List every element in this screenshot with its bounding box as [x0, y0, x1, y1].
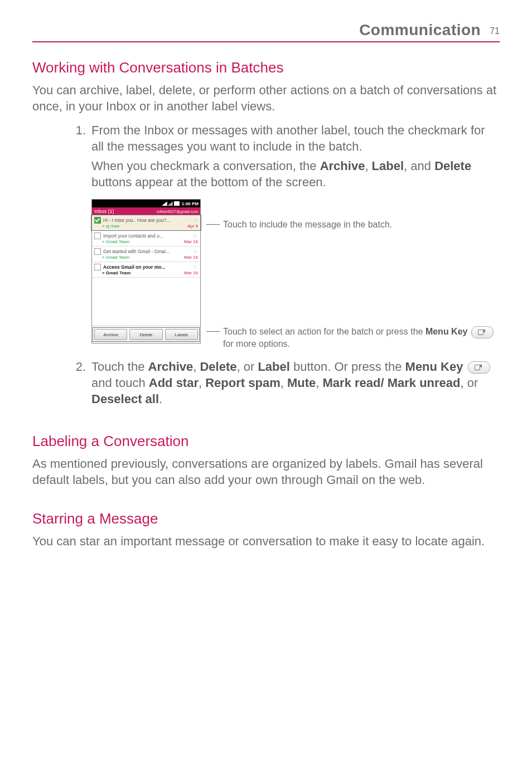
- message-subject: Access Gmail on your mo...: [103, 264, 192, 270]
- report-spam-label: Report spam: [205, 376, 280, 390]
- t: , or: [237, 360, 258, 374]
- star-icon[interactable]: ☆: [192, 265, 198, 270]
- phone-screenshot: 1:00 PM Inbox (1) xdfwin0027@gmail.com H…: [91, 199, 201, 343]
- t: , or: [461, 376, 478, 390]
- signal-icon-2: [167, 201, 173, 206]
- t: When you checkmark a conversation, the: [91, 159, 320, 173]
- t: ,: [316, 376, 322, 390]
- deselect-all-label: Deselect all: [91, 392, 159, 406]
- message-subject: Get started with Gmail - Gmai...: [103, 249, 192, 254]
- callout-1-text: Touch to include the message in the batc…: [223, 219, 392, 231]
- message-from: » Gmail Team: [102, 270, 130, 275]
- screenshot-block: 1:00 PM Inbox (1) xdfwin0027@gmail.com H…: [91, 199, 500, 345]
- status-time: 1:00 PM: [182, 201, 199, 206]
- labels-button[interactable]: Labels: [165, 329, 198, 340]
- t: .: [159, 392, 162, 406]
- callout-line: [206, 224, 220, 225]
- t: , and: [404, 159, 434, 173]
- menu-key-label: Menu Key: [405, 360, 463, 374]
- checkbox-icon[interactable]: [94, 233, 101, 239]
- status-bar: 1:00 PM: [92, 200, 200, 207]
- menu-key-icon: [468, 361, 490, 374]
- callout-2: Touch to select an action for the batch …: [206, 326, 500, 350]
- label-label: Label: [258, 360, 289, 374]
- labeling-body: As mentioned previously, conversations a…: [32, 456, 500, 488]
- checkbox-checked-icon[interactable]: [94, 217, 101, 224]
- header-title: Communication: [359, 21, 481, 39]
- callout-line: [206, 331, 220, 332]
- message-row-2[interactable]: Import your contacts and o... ☆ » Gmail …: [92, 231, 200, 246]
- t: ,: [365, 159, 371, 173]
- action-bar: Archive Delete Labels: [92, 326, 200, 343]
- checkbox-icon[interactable]: [94, 248, 101, 255]
- mark-read-label: Mark read/ Mark unread: [323, 376, 461, 390]
- callout-1: Touch to include the message in the batc…: [206, 219, 392, 231]
- t: buttons appear at the bottom of the scre…: [91, 175, 326, 189]
- delete-button[interactable]: Delete: [129, 329, 162, 340]
- message-list-blank: [92, 278, 200, 326]
- heading-labeling: Labeling a Conversation: [32, 433, 500, 450]
- star-icon[interactable]: ☆: [192, 249, 198, 254]
- menu-key-icon: [471, 326, 494, 338]
- step-2-text: Touch the Archive, Delete, or Label butt…: [91, 359, 500, 407]
- gmail-header: Inbox (1) xdfwin0027@gmail.com: [92, 207, 200, 215]
- checkbox-icon[interactable]: [94, 264, 101, 270]
- step-1-number: 1.: [32, 122, 91, 193]
- message-from: » Gmail Team: [102, 255, 129, 260]
- mute-label: Mute: [287, 376, 316, 390]
- battery-icon: [174, 201, 180, 206]
- message-date: Apr 9: [187, 224, 198, 229]
- archive-label: Archive: [320, 159, 365, 173]
- archive-label: Archive: [148, 360, 194, 374]
- signal-icon: [162, 201, 167, 206]
- delete-label: Delete: [200, 360, 236, 374]
- batches-intro: You can archive, label, delete, or perfo…: [32, 82, 500, 114]
- t: ,: [193, 360, 200, 374]
- t: for more options.: [223, 339, 290, 348]
- step-2: 2. Touch the Archive, Delete, or Label b…: [32, 359, 500, 410]
- star-icon[interactable]: ☆: [192, 218, 198, 223]
- step-1-p1: From the Inbox or messages with another …: [91, 122, 500, 154]
- t: button. Or press the: [290, 360, 405, 374]
- step-2-number: 2.: [32, 359, 91, 410]
- step-1-p2: When you checkmark a conversation, the A…: [91, 158, 500, 190]
- step-2-content: Touch the Archive, Delete, or Label butt…: [91, 359, 500, 410]
- message-subject: Import your contacts and o...: [103, 233, 192, 239]
- star-icon[interactable]: ☆: [192, 234, 198, 239]
- step-1-content: From the Inbox or messages with another …: [91, 122, 500, 193]
- inbox-label: Inbox (1): [94, 209, 114, 214]
- message-subject: Hi - I miss you.. How are you?...: [103, 217, 192, 223]
- t: ,: [280, 376, 287, 390]
- callout-2-text: Touch to select an action for the batch …: [223, 326, 500, 350]
- heading-batches: Working with Conversations in Batches: [32, 59, 500, 76]
- page-header: Communication 71: [32, 21, 500, 42]
- add-star-label: Add star: [149, 376, 199, 390]
- delete-label: Delete: [434, 159, 471, 173]
- message-row-3[interactable]: Get started with Gmail - Gmai... ☆ » Gma…: [92, 246, 200, 262]
- page: Communication 71 Working with Conversati…: [0, 0, 532, 590]
- starring-body: You can star an important message or con…: [32, 533, 500, 549]
- step-1: 1. From the Inbox or messages with anoth…: [32, 122, 500, 193]
- header-page-number: 71: [490, 26, 500, 36]
- t: Touch the: [91, 360, 148, 374]
- message-row-4[interactable]: Access Gmail on your mo... ☆ » Gmail Tea…: [92, 262, 200, 278]
- t: and touch: [91, 376, 149, 390]
- label-label: Label: [372, 159, 404, 173]
- archive-button[interactable]: Archive: [94, 329, 127, 340]
- status-icons: [162, 201, 180, 206]
- message-date: Mar 16: [184, 270, 198, 275]
- heading-starring: Starring a Message: [32, 510, 500, 527]
- message-from: » Gmail Team: [102, 239, 129, 244]
- message-date: Mar 16: [184, 239, 198, 244]
- message-date: Mar 16: [184, 255, 198, 260]
- t: Touch to select an action for the batch …: [223, 327, 425, 336]
- account-label: xdfwin0027@gmail.com: [157, 210, 198, 214]
- message-row-1[interactable]: Hi - I miss you.. How are you?... ☆ » ej…: [92, 215, 200, 231]
- callouts: Touch to include the message in the batc…: [206, 199, 500, 345]
- t: ,: [199, 376, 205, 390]
- message-from: » ej rhee: [102, 224, 119, 229]
- menu-key-label: Menu Key: [425, 327, 468, 336]
